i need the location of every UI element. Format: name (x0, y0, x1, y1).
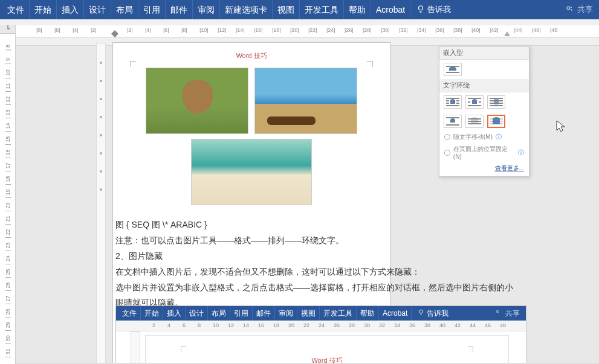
hruler-tick: |18| (272, 27, 281, 33)
svg-rect-6 (446, 100, 449, 101)
embed-tab-layout[interactable]: 布局 (208, 306, 230, 321)
body-line: 注意：也可以点击图片工具——格式——排列——环绕文字。 (115, 233, 520, 249)
tab-developer[interactable]: 开发工具 (300, 0, 344, 19)
hruler-tick: |4| (73, 27, 79, 33)
embed-hruler[interactable]: 2 4 6 8 10 12 14 16 18 20 22 24 26 28 30… (116, 321, 526, 331)
hruler-tick: |6| (163, 27, 169, 33)
hruler-tick: |22| (308, 27, 317, 33)
embed-share-label[interactable]: 共享 (505, 308, 520, 319)
info-icon[interactable]: ⓘ (496, 133, 502, 141)
layout-behind-text[interactable] (465, 115, 484, 128)
body-text: 图 { SEQ 图 \* ARABIC } 注意：也可以点击图片工具——格式——… (115, 217, 520, 311)
embed-hruler-tick: 18 (273, 322, 279, 328)
embed-tab-mail[interactable]: 邮件 (253, 306, 275, 321)
embed-tab-refs[interactable]: 引用 (230, 306, 253, 321)
embed-tab-help[interactable]: 帮助 (357, 306, 379, 321)
layout-inline-option[interactable] (444, 63, 462, 76)
embed-tellme[interactable]: 告诉我 (412, 308, 455, 319)
svg-rect-7 (456, 100, 459, 101)
embed-hruler-tick: 8 (198, 322, 201, 328)
layout-wrap-topbottom[interactable] (444, 115, 462, 128)
svg-rect-5 (446, 105, 459, 106)
embed-hruler-tick: 48 (500, 322, 506, 328)
embed-hruler-tick: 12 (228, 322, 234, 328)
tab-insert[interactable]: 插入 (57, 0, 84, 19)
svg-rect-22 (468, 123, 481, 124)
embed-hruler-tick: 2 (152, 322, 155, 328)
tab-layout[interactable]: 布局 (111, 0, 138, 19)
svg-rect-18 (446, 117, 459, 118)
tab-mailings[interactable]: 邮件 (166, 0, 193, 19)
layout-wrap-square[interactable] (444, 95, 462, 109)
hruler-tick: |40| (471, 27, 481, 33)
tab-review[interactable]: 审阅 (193, 0, 220, 19)
tab-home[interactable]: 开始 (30, 0, 57, 19)
tab-acrobat[interactable]: Acrobat (371, 0, 410, 19)
embed-tab-design[interactable]: 设计 (186, 306, 208, 321)
layout-wrap-through[interactable] (487, 95, 505, 109)
embed-tab-file[interactable]: 文件 (118, 306, 141, 321)
embed-page[interactable]: Word 技巧 (145, 335, 509, 364)
inserted-image-1[interactable] (146, 68, 248, 134)
vertical-ruler[interactable]: ┗ | 8 | 9 | 10 | 11 | 12 | 13 | 14 | 15 … (0, 25, 16, 364)
tab-references[interactable]: 引用 (138, 0, 166, 19)
tab-newtab[interactable]: 新建选项卡 (220, 0, 273, 19)
svg-rect-11 (468, 105, 481, 106)
margin-corner-icon (130, 61, 136, 67)
ruler-dot (100, 188, 102, 191)
hruler-tick: |46| (532, 27, 541, 33)
tab-file[interactable]: 文件 (2, 0, 30, 19)
svg-rect-17 (490, 105, 503, 106)
indent-marker-right-icon[interactable] (504, 30, 510, 37)
inserted-image-3[interactable] (191, 139, 312, 205)
indent-marker-icon[interactable] (111, 30, 118, 39)
hruler-tick: |24| (326, 27, 335, 33)
ruler-dot (100, 98, 102, 100)
hruler-tick: |36| (435, 27, 444, 33)
radio-icon (444, 134, 450, 140)
cursor-icon (555, 120, 566, 136)
embed-tab-review[interactable]: 审阅 (275, 306, 297, 321)
tab-help[interactable]: 帮助 (344, 0, 371, 19)
tell-me[interactable]: 告诉我 (410, 4, 457, 15)
hruler-tick: |8| (181, 27, 187, 33)
embed-header: Word 技巧 (146, 336, 508, 364)
embed-tab-view[interactable]: 视图 (297, 306, 320, 321)
hruler-tick: |44| (514, 27, 523, 33)
embed-hruler-tick: 34 (394, 322, 400, 328)
embed-tab-home[interactable]: 开始 (141, 306, 163, 321)
share-label[interactable]: 共享 (577, 4, 593, 15)
layout-wrap-tight[interactable] (465, 95, 484, 109)
hruler-tick: |2| (91, 27, 97, 33)
radio-fix-position[interactable]: 在页面上的位置固定(N) ⓘ (439, 143, 529, 162)
share-icon[interactable] (495, 309, 502, 318)
ruler-dot (100, 80, 102, 82)
embed-hruler-tick: 28 (349, 322, 355, 328)
share-icon[interactable] (565, 5, 574, 15)
hruler-tick: |16| (254, 27, 263, 33)
embed-hruler-tick: 6 (183, 322, 186, 328)
embed-hruler-tick: 24 (319, 322, 325, 328)
layout-front-text[interactable] (487, 115, 505, 128)
lightbulb-icon (418, 309, 424, 318)
embed-tab-acrobat[interactable]: Acrobat (379, 306, 412, 321)
radio-move-with-text[interactable]: 随文字移动(M) ⓘ (439, 131, 529, 143)
tab-view[interactable]: 视图 (273, 0, 300, 19)
inserted-image-2[interactable] (254, 68, 357, 134)
svg-rect-8 (446, 103, 449, 104)
tab-design[interactable]: 设计 (84, 0, 111, 19)
embed-tab-insert[interactable]: 插入 (163, 306, 186, 321)
margin-corner-icon (468, 346, 473, 352)
hruler-tick: |32| (399, 27, 408, 33)
embed-hruler-tick: 26 (334, 322, 340, 328)
info-icon[interactable]: ⓘ (518, 148, 524, 157)
embed-hruler-tick: 32 (379, 322, 385, 328)
see-more-link[interactable]: 查看更多... (439, 162, 529, 176)
embed-vruler[interactable] (131, 331, 140, 364)
margin-corner-icon (367, 61, 373, 67)
embed-tab-dev[interactable]: 开发工具 (320, 306, 357, 321)
page-vertical-ruler[interactable] (96, 43, 106, 364)
horizontal-ruler[interactable]: |8| |6| |4| |2| |2| |4| |6| |8| |10| |12… (16, 25, 599, 37)
hruler-tick: |42| (490, 27, 499, 33)
ruler-dot (100, 62, 102, 64)
